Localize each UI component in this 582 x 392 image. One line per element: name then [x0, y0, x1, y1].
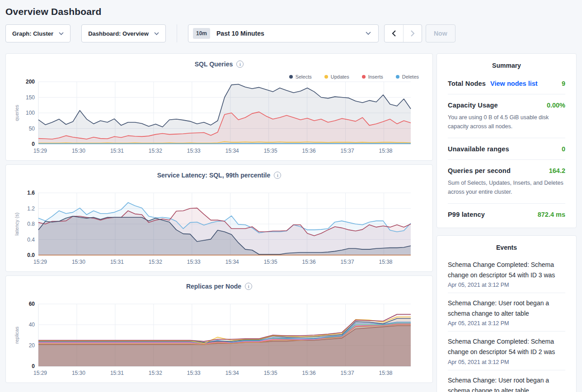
- svg-text:15:29: 15:29: [33, 148, 47, 154]
- p99-latency-label: P99 latency: [448, 211, 485, 218]
- svg-text:15:37: 15:37: [341, 148, 354, 154]
- svg-text:0: 0: [32, 141, 35, 147]
- summary-row-capacity: Capacity Usage 0.00% You are using 0 B o…: [448, 94, 565, 138]
- svg-text:15:34: 15:34: [225, 148, 239, 154]
- svg-text:15:33: 15:33: [187, 148, 201, 154]
- unavailable-ranges-label: Unavailable ranges: [448, 145, 509, 153]
- capacity-label: Capacity Usage: [448, 102, 498, 109]
- svg-text:20: 20: [29, 342, 35, 349]
- qps-desc: Sum of Selects, Updates, Inserts, and De…: [448, 178, 565, 196]
- total-nodes-value: 9: [562, 80, 565, 87]
- time-range-picker[interactable]: 10m Past 10 Minutes: [188, 24, 379, 42]
- svg-text:15:38: 15:38: [379, 148, 393, 154]
- svg-text:150: 150: [26, 94, 35, 101]
- chart-title: Service Latency: SQL, 99th percentile: [157, 172, 271, 179]
- svg-text:50: 50: [29, 126, 35, 132]
- event-item[interactable]: Schema Change Completed: Schema change o…: [448, 255, 565, 293]
- svg-text:latency (s): latency (s): [14, 213, 19, 236]
- summary-row-p99-latency: P99 latency 872.4 ms: [448, 204, 565, 225]
- event-message: Schema Change: User root began a schema …: [448, 375, 565, 392]
- prev-time-button[interactable]: [385, 25, 403, 42]
- svg-text:60: 60: [29, 301, 35, 307]
- event-message: Schema Change: User root began a schema …: [448, 298, 565, 319]
- event-item[interactable]: Schema Change Completed: Schema change o…: [448, 331, 565, 370]
- svg-text:0.0: 0.0: [27, 252, 35, 258]
- svg-text:1.2: 1.2: [27, 205, 35, 212]
- svg-text:15:33: 15:33: [187, 370, 201, 376]
- next-time-button[interactable]: [403, 25, 422, 42]
- chevron-right-icon: [411, 30, 415, 37]
- graph-dropdown-label: Graph: Cluster: [12, 30, 53, 37]
- svg-text:replicas: replicas: [14, 327, 19, 344]
- svg-text:15:35: 15:35: [264, 148, 277, 154]
- chart-panel-sql-queries: SQL Queries i SelectsUpdatesInsertsDelet…: [5, 53, 433, 161]
- svg-text:15:31: 15:31: [110, 148, 124, 154]
- event-item[interactable]: Schema Change: User root began a schema …: [448, 293, 565, 331]
- event-timestamp: Apr 05, 2021 at 3:12 PM: [448, 359, 565, 365]
- summary-title: Summary: [448, 62, 565, 73]
- svg-text:15:32: 15:32: [149, 370, 162, 376]
- chart-plot-area[interactable]: 15:2915:3015:3115:3215:3315:3415:3515:36…: [12, 78, 417, 159]
- sidebar-column: Summary Total Nodes View nodes list 9 Ca…: [436, 53, 577, 392]
- capacity-value: 0.00%: [547, 102, 565, 109]
- total-nodes-label: Total Nodes: [448, 80, 486, 87]
- view-nodes-list-link[interactable]: View nodes list: [490, 80, 538, 87]
- time-step-buttons: [384, 24, 422, 42]
- svg-text:15:32: 15:32: [149, 259, 162, 265]
- chart-panel-replicas-per-node: Replicas per Node i 15:2915:3015:3115:32…: [5, 275, 433, 383]
- svg-text:15:36: 15:36: [302, 370, 316, 376]
- chevron-down-icon: [154, 32, 159, 35]
- svg-text:15:29: 15:29: [33, 370, 47, 376]
- charts-column: SQL Queries i SelectsUpdatesInsertsDelet…: [5, 53, 433, 387]
- svg-text:40: 40: [29, 322, 35, 328]
- svg-text:15:33: 15:33: [187, 259, 201, 265]
- event-timestamp: Apr 05, 2021 at 3:12 PM: [448, 282, 565, 288]
- info-icon[interactable]: i: [274, 172, 281, 179]
- graph-dropdown[interactable]: Graph: Cluster: [5, 24, 70, 42]
- svg-text:0.4: 0.4: [27, 237, 35, 243]
- chart-title: Replicas per Node: [186, 283, 241, 290]
- svg-text:15:31: 15:31: [110, 370, 124, 376]
- chevron-down-icon: [366, 32, 371, 35]
- capacity-desc: You are using 0 B of 4.5 GiB usable disk…: [448, 113, 565, 131]
- svg-text:1.6: 1.6: [27, 190, 35, 196]
- dashboard-dropdown[interactable]: Dashboard: Overview: [81, 24, 166, 42]
- svg-text:100: 100: [26, 110, 35, 116]
- chart-plot-area[interactable]: 15:2915:3015:3115:3215:3315:3415:3515:36…: [12, 300, 417, 381]
- event-message: Schema Change Completed: Schema change o…: [448, 336, 565, 357]
- svg-text:15:38: 15:38: [379, 259, 393, 265]
- now-button[interactable]: Now: [426, 24, 455, 42]
- chart-title: SQL Queries: [195, 61, 233, 68]
- qps-label: Queries per second: [448, 167, 511, 174]
- svg-text:15:37: 15:37: [341, 259, 354, 265]
- chart-plot-area[interactable]: 15:2915:3015:3115:3215:3315:3415:3515:36…: [12, 189, 417, 270]
- events-title: Events: [448, 244, 565, 255]
- svg-text:15:35: 15:35: [264, 259, 277, 265]
- svg-text:15:36: 15:36: [302, 259, 316, 265]
- svg-text:15:31: 15:31: [110, 259, 124, 265]
- summary-panel: Summary Total Nodes View nodes list 9 Ca…: [436, 53, 577, 228]
- info-icon[interactable]: i: [245, 283, 252, 290]
- event-item[interactable]: Schema Change: User root began a schema …: [448, 370, 565, 392]
- event-timestamp: Apr 05, 2021 at 3:12 PM: [448, 320, 565, 327]
- unavailable-ranges-value: 0: [562, 145, 565, 153]
- svg-text:15:30: 15:30: [72, 259, 85, 265]
- toolbar: Graph: Cluster Dashboard: Overview 10m P…: [5, 24, 577, 42]
- svg-text:15:36: 15:36: [302, 148, 316, 154]
- svg-text:15:34: 15:34: [225, 259, 239, 265]
- qps-value: 164.2: [549, 167, 565, 174]
- events-list: Schema Change Completed: Schema change o…: [448, 255, 565, 392]
- svg-text:0: 0: [32, 363, 35, 369]
- svg-text:0.8: 0.8: [27, 221, 35, 227]
- time-range-badge: 10m: [193, 28, 210, 39]
- chart-panel-service-latency: Service Latency: SQL, 99th percentile i …: [5, 164, 433, 272]
- summary-row-unavailable-ranges: Unavailable ranges 0: [448, 138, 565, 160]
- events-panel: Events Schema Change Completed: Schema c…: [436, 235, 577, 392]
- toolbar-divider: [177, 24, 177, 42]
- svg-text:15:29: 15:29: [33, 259, 47, 265]
- info-icon[interactable]: i: [236, 61, 244, 68]
- svg-text:200: 200: [26, 79, 35, 85]
- dashboard-dropdown-label: Dashboard: Overview: [88, 30, 149, 37]
- p99-latency-value: 872.4 ms: [538, 211, 565, 218]
- chevron-down-icon: [59, 32, 64, 35]
